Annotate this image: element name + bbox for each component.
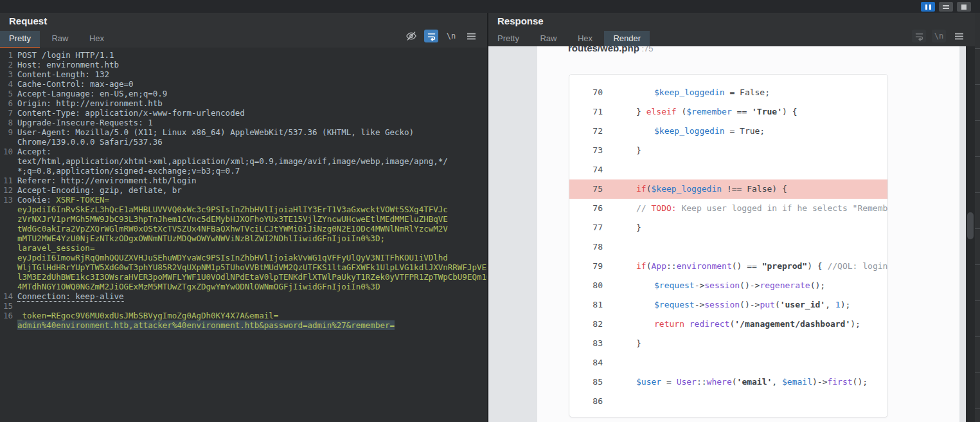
menu-icon[interactable] [464,30,478,42]
request-tab-pretty[interactable]: Pretty [0,31,40,48]
code-line-number: 80 [569,276,603,295]
request-line[interactable]: eyJpdiI6InRvSkEzL3hQcE1aMHBLUVVVQ0xWc3c9… [0,205,487,214]
line-text: Origin: http://environment.htb [17,98,163,108]
request-line[interactable]: eyJpdiI6ImowRjRqQmhQQUZXVHJuSEhuWDYvaWc9… [0,253,487,262]
code-line-number: 74 [569,160,603,179]
request-line[interactable]: 6Origin: http://environment.htb [0,98,487,108]
response-panel-title: Response [497,15,544,26]
code-line: 72$keep_loggedin = True; [569,122,887,141]
newline-icon[interactable]: \n [932,30,946,42]
menu-icon[interactable] [952,30,966,42]
line-number [0,320,13,330]
request-line[interactable]: 8Upgrade-Insecure-Requests: 1 [0,118,487,127]
lines-icon [943,4,949,10]
soft-wrap-icon[interactable] [912,30,926,42]
code-line-number: 75 [569,179,603,199]
request-line[interactable]: 11Referer: http://environment.htb/login [0,176,487,185]
line-number: 13 [0,195,13,205]
hide-icon[interactable] [404,30,418,42]
request-line[interactable]: WljTGlHdHRrYUpYTW5XdG0wT3phYU85R2VqUXpNM… [0,262,487,272]
pause-icon [925,5,931,10]
request-tab-hex[interactable]: Hex [80,31,113,47]
request-line[interactable]: laravel_session= [0,243,487,253]
soft-wrap-icon[interactable] [424,30,438,42]
code-text: // TODO: Keep user logged in if he selec… [636,199,887,218]
request-line[interactable]: 15 [0,301,487,311]
line-text: Content-Length: 132 [17,69,109,79]
request-line[interactable]: *;q=0.8,application/signed-exchange;v=b3… [0,166,487,176]
request-line[interactable]: 2Host: environment.htb [0,60,487,69]
request-line[interactable]: Chrome/139.0.0.0 Safari/537.36 [0,137,487,147]
line-text: Cookie: XSRF-TOKEN= [17,195,109,205]
topbar-buttons [921,2,971,12]
code-text: $request->session()->regenerate(); [636,276,825,295]
line-text: Cache-Control: max-age=0 [17,79,134,89]
line-number: 14 [0,291,13,301]
code-text: return redirect('/management/dashboard')… [636,315,860,334]
line-text: tWdGc0akIra2VpZXQrWGlmRW0xOStXcTVSZUx4NF… [17,224,448,234]
response-tab-raw[interactable]: Raw [531,31,566,47]
line-text: Host: environment.htb [17,60,119,69]
line-text: *;q=0.8,application/signed-exchange;v=b3… [17,166,240,176]
request-line[interactable]: 14Connection: keep-alive [0,291,487,301]
rendered-page: routes/web.php :75 70$keep_loggedin = Fa… [537,46,959,422]
source-file-heading: routes/web.php :75 [568,46,654,53]
response-scrollbar-track[interactable] [966,46,975,422]
code-text: $request->session()->put('user_id', 1); [636,295,850,315]
global-scroll-markers[interactable] [975,13,980,422]
response-scrollbar-thumb[interactable] [967,212,974,239]
code-text: $user = User::where('email', $email)->fi… [636,372,868,392]
code-line-number: 73 [569,141,603,160]
request-line[interactable]: 10Accept: [0,147,487,156]
code-line: 79if(App::environment() == "preprod") { … [569,257,887,276]
source-line-ref: :75 [639,46,654,53]
code-snippet-card: 70$keep_loggedin = False;71} elseif ($re… [569,74,888,417]
line-text: text/html,application/xhtml+xml,applicat… [17,156,448,166]
request-line[interactable]: 12Accept-Encoding: gzip, deflate, br [0,185,487,195]
line-text: Content-Type: application/x-www-form-url… [17,108,245,118]
request-tab-raw[interactable]: Raw [42,31,77,47]
response-tab-render[interactable]: Render [604,31,650,48]
request-line[interactable]: text/html,application/xhtml+xml,applicat… [0,156,487,166]
request-line[interactable]: 5Accept-Language: en-US,en;q=0.9 [0,89,487,98]
pause-button[interactable] [921,2,935,12]
line-text: Chrome/139.0.0.0 Safari/537.36 [17,137,163,147]
line-number: 6 [0,98,13,108]
response-tab-hex[interactable]: Hex [569,31,601,47]
request-line[interactable]: admin%40environment.htb,attacker%40envir… [0,320,487,330]
response-toolbar: \n [912,30,966,42]
line-text: Accept-Encoding: gzip, deflate, br [17,185,182,195]
request-line[interactable]: l3M3E2dUhBWE1kc3I3OWsraHVER3poMWFLYWF1U0… [0,272,487,282]
code-text: if(App::environment() == "preprod") { //… [636,257,887,276]
newline-icon[interactable]: \n [444,30,458,42]
line-number: 10 [0,147,13,156]
request-line[interactable]: 7Content-Type: application/x-www-form-ur… [0,108,487,118]
request-line[interactable]: 9User-Agent: Mozilla/5.0 (X11; Linux x86… [0,127,487,137]
request-line[interactable]: 3Content-Length: 132 [0,69,487,79]
line-number: 5 [0,89,13,98]
response-tabbar: Pretty Raw Hex Render [488,31,980,46]
stop-icon [961,5,967,10]
request-line[interactable]: 1POST /login HTTP/1.1 [0,50,487,60]
code-line: 76// TODO: Keep user logged in if he sel… [569,199,887,218]
line-text: POST /login HTTP/1.1 [17,50,114,60]
code-line-number: 82 [569,315,603,334]
response-panel: Response Pretty Raw Hex Render \n routes… [488,13,980,422]
request-editor[interactable]: 1POST /login HTTP/1.12Host: environment.… [0,48,487,422]
code-line: 85$user = User::where('email', $email)->… [569,372,887,392]
lines-button[interactable] [939,2,953,12]
request-line[interactable]: 13Cookie: XSRF-TOKEN= [0,195,487,205]
request-line[interactable]: zVrNXJrV1prMGh5MW9JbC93L3hpTnJhem1CVnc5d… [0,214,487,224]
request-line[interactable]: mMTU2MWE4YzU0NjEzNTkzODgxOWNmNTUzMDQwOWY… [0,234,487,243]
code-line: 82return redirect('/management/dashboard… [569,315,887,334]
response-tab-pretty[interactable]: Pretty [488,31,528,47]
request-line[interactable]: 4MTdhNGY1OWQ0NGZmM2JiOGExMzM5MTUwZTgxZDg… [0,282,487,291]
code-line-number: 78 [569,237,603,257]
line-number [0,137,13,147]
line-number: 4 [0,79,13,89]
stop-button[interactable] [957,2,971,12]
line-number: 7 [0,108,13,118]
request-line[interactable]: tWdGc0akIra2VpZXQrWGlmRW0xOStXcTVSZUx4NF… [0,224,487,234]
request-line[interactable]: 16_token=REgoc9V6MU0xdUsJMbSBVygImoZg0Ag… [0,311,487,320]
request-line[interactable]: 4Cache-Control: max-age=0 [0,79,487,89]
